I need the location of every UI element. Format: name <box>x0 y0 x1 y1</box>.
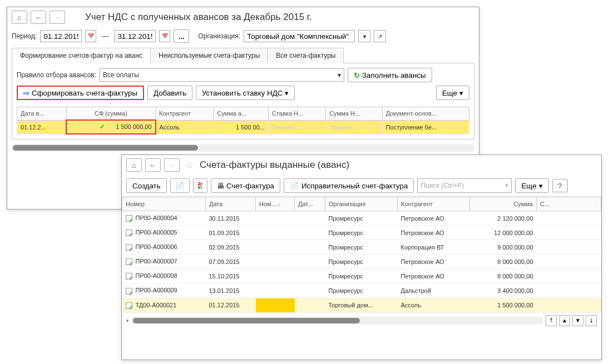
cell-date: 01.12.2... <box>17 120 67 134</box>
dt-kt-button[interactable]: ДтКт <box>193 178 207 193</box>
table-row[interactable]: ПР00-А00000430.11.2015ПромресурсПетровск… <box>122 211 601 226</box>
col-date[interactable]: Дата в... <box>17 107 67 121</box>
tab-all[interactable]: Все счета-фактуры <box>268 48 344 63</box>
cell-org: Торговый дом... <box>325 298 398 312</box>
col-number[interactable]: Номер <box>122 197 206 211</box>
back-button[interactable]: ← <box>145 158 161 172</box>
forward-button[interactable]: → <box>49 11 65 24</box>
date-from-input[interactable] <box>40 30 82 42</box>
search-input[interactable]: Поиск (Ctrl+F) × <box>417 178 512 193</box>
copy-button[interactable]: 📄 <box>170 178 190 193</box>
window-title: Счета-фактуры выданные (аванс) <box>200 159 349 171</box>
cell-dat <box>295 298 325 312</box>
table-row[interactable]: ПР00-А00000501.09.2015ПромресурсПетровск… <box>122 226 601 240</box>
col-s[interactable]: С... <box>537 197 601 211</box>
org-label: Организация: <box>198 32 240 40</box>
org-input[interactable] <box>244 30 355 42</box>
rule-select[interactable]: Все оплаты ▾ <box>100 68 344 82</box>
col-doc[interactable]: Документ-основ... <box>382 107 469 121</box>
nav-toolbar: ⌂ ← → Учет НДС с полученных авансов за Д… <box>7 7 479 27</box>
col-sum-n[interactable]: Сумма Н... <box>326 107 382 121</box>
add-button[interactable]: Добавить <box>147 86 192 100</box>
chevron-down-icon: ▾ <box>459 89 463 97</box>
col-sum[interactable]: Сумма <box>470 197 537 211</box>
cell-date: 01.09.2015 <box>206 226 256 240</box>
tab-formation[interactable]: Формирование счетов-фактур на аванс <box>12 48 151 63</box>
dash: — <box>102 32 108 40</box>
form-invoices-button[interactable]: ⇨Сформировать счета-фактуры <box>17 86 144 100</box>
col-contragent[interactable]: Контрагент <box>156 107 214 121</box>
more-button[interactable]: Еще ▾ <box>436 86 469 100</box>
cell-nom <box>256 283 295 298</box>
org-open-button[interactable]: ↗ <box>374 30 386 42</box>
page-down-button[interactable]: ▼ <box>572 315 583 326</box>
tab-unused[interactable]: Неиспользуемые счета-фактуры <box>150 48 268 63</box>
cell-nom <box>256 298 295 312</box>
date-to-input[interactable] <box>114 30 156 42</box>
period-ellipsis-button[interactable]: ... <box>174 29 189 43</box>
create-button[interactable]: Создать <box>126 178 167 193</box>
check-icon: ✓ <box>100 123 105 130</box>
table-row[interactable]: ПР00-А00000815.10.2015ПромресурсПетровск… <box>122 269 601 283</box>
cell-sf-sum: ✓1 500 000,00 <box>66 120 155 134</box>
cell-nom <box>256 211 295 226</box>
col-sum-a[interactable]: Сумма а... <box>214 107 269 121</box>
cell-dat <box>295 255 325 269</box>
cell-s <box>537 283 601 298</box>
chevron-down-icon: ▾ <box>285 89 289 97</box>
cell-dat <box>295 269 325 283</box>
cell-kontr: Петровское АО <box>398 269 470 283</box>
cell-contragent: Ассоль <box>156 120 214 134</box>
cell-org: Промресурс <box>325 240 398 255</box>
col-sf-sum[interactable]: СФ (сумма) <box>66 107 155 121</box>
print-invoice-button[interactable]: 🖶Счет-фактура <box>211 178 280 193</box>
corrective-invoice-button[interactable]: 📄Исправительный счет-фактура <box>284 178 414 193</box>
forward-button[interactable]: → <box>164 158 180 172</box>
page-up-button[interactable]: ▲ <box>559 315 570 326</box>
more-button[interactable]: Еще ▾ <box>515 178 548 193</box>
horizontal-scrollbar[interactable] <box>12 144 474 152</box>
cell-s <box>537 211 601 226</box>
last-page-button[interactable]: ⤓ <box>586 315 597 326</box>
advances-table: Дата в... СФ (сумма) Контрагент Сумма а.… <box>17 107 469 134</box>
clear-search-icon[interactable]: × <box>504 182 508 190</box>
fill-advances-button[interactable]: ↻Заполнить авансы <box>348 68 432 82</box>
col-nom[interactable]: Ном...↓ <box>256 197 295 211</box>
table-row[interactable]: ПР00-А00000913.01.2015ПромресурсДальстро… <box>122 283 601 298</box>
table-row[interactable]: ПР00-А00000602.09.2015ПромресурсКорпорац… <box>122 240 601 255</box>
set-vat-rate-button[interactable]: Установить ставку НДС ▾ <box>196 86 295 100</box>
cell-org: Промресурс <box>325 226 398 240</box>
col-dat[interactable]: Дат... <box>295 197 325 211</box>
horizontal-scrollbar[interactable] <box>131 317 543 325</box>
scrollbar-thumb[interactable] <box>133 318 360 323</box>
cell-kontr: Дальстрой <box>398 283 470 298</box>
favorite-star-icon[interactable]: ☆ <box>185 159 194 171</box>
cell-number: ПР00-А000009 <box>122 283 206 298</box>
cell-sum: 1 500 000,00 <box>470 298 537 312</box>
scrollbar-thumb[interactable] <box>13 145 198 151</box>
cell-dat <box>295 283 325 298</box>
col-org[interactable]: Организация <box>325 197 398 211</box>
help-button[interactable]: ? <box>552 179 568 192</box>
printer-icon: 🖶 <box>217 182 224 190</box>
home-button[interactable]: ⌂ <box>126 158 142 172</box>
col-date[interactable]: Дата <box>206 197 256 211</box>
document-icon <box>126 230 132 236</box>
cell-kontr: Петровское АО <box>398 211 470 226</box>
home-button[interactable]: ⌂ <box>12 11 27 24</box>
cell-nom <box>256 240 295 255</box>
issued-invoices-window: ⌂ ← → ☆ Счета-фактуры выданные (аванс) С… <box>121 154 602 360</box>
first-page-button[interactable]: ⤒ <box>546 315 557 326</box>
table-header-row: Дата в... СФ (сумма) Контрагент Сумма а.… <box>17 107 469 121</box>
table-row[interactable]: ТД00-А00002101.12.2015Торговый дом...Асс… <box>122 298 601 312</box>
cell-sum: 8 000 000,00 <box>470 269 537 283</box>
calendar-from-icon[interactable]: 📅 <box>85 30 96 42</box>
table-row[interactable]: ПР00-А00000707.09.2015ПромресурсПетровск… <box>122 255 601 269</box>
org-dropdown-button[interactable]: ▾ <box>358 30 370 42</box>
col-kontr[interactable]: Контрагент <box>398 197 470 211</box>
back-button[interactable]: ← <box>31 11 46 24</box>
table-row[interactable]: 01.12.2... ✓1 500 000,00 Ассоль 1 500 00… <box>17 120 469 134</box>
calendar-to-icon[interactable]: 📅 <box>159 30 170 42</box>
rule-label: Правило отбора авансов: <box>17 71 96 79</box>
col-rate[interactable]: Ставка Н... <box>269 107 326 121</box>
